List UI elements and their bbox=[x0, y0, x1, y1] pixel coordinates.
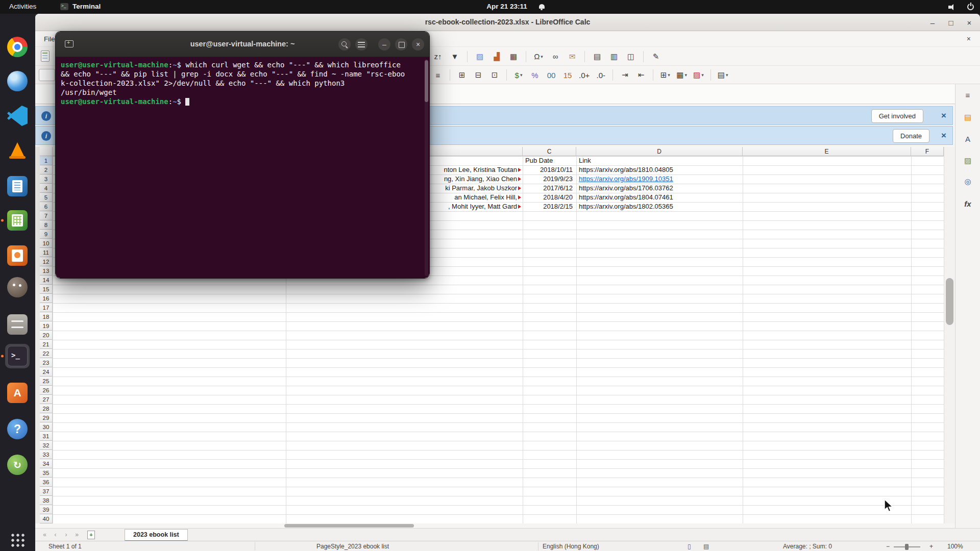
cell-D2[interactable]: https://arxiv.org/abs/1810.04805 bbox=[577, 165, 740, 174]
volume-icon[interactable] bbox=[948, 4, 956, 10]
cell-C5[interactable]: 2018/4/20 bbox=[523, 193, 576, 202]
software-updater-icon[interactable] bbox=[5, 453, 30, 477]
row-header-24[interactable]: 24 bbox=[40, 367, 53, 377]
cell-C3[interactable]: 2019/9/23 bbox=[523, 174, 576, 184]
new-tab-icon[interactable] bbox=[65, 40, 74, 47]
row-header-26[interactable]: 26 bbox=[40, 386, 53, 395]
sidebar-settings-icon[interactable]: ≡ bbox=[961, 88, 974, 102]
column-header-F[interactable]: F bbox=[911, 147, 944, 156]
cell-D6[interactable]: https://arxiv.org/abs/1802.05365 bbox=[577, 202, 740, 211]
row-header-20[interactable]: 20 bbox=[40, 331, 53, 340]
dropdown-arrow-icon[interactable]: ▾ bbox=[520, 72, 523, 78]
row-header-31[interactable]: 31 bbox=[40, 432, 53, 441]
split-window-icon[interactable]: ◫ bbox=[624, 50, 638, 63]
zoom-slider-thumb[interactable] bbox=[905, 544, 909, 550]
row-header-17[interactable]: 17 bbox=[40, 303, 53, 312]
terminal-menu-icon[interactable] bbox=[355, 38, 368, 51]
previous-sheet-icon[interactable]: ‹ bbox=[50, 531, 61, 538]
format-as-date-icon[interactable]: 15 bbox=[561, 68, 574, 82]
merge-and-center-cells-icon[interactable]: ⊞ bbox=[455, 68, 469, 82]
cell-C4[interactable]: 2017/6/12 bbox=[523, 184, 576, 193]
row-header-18[interactable]: 18 bbox=[40, 312, 53, 321]
row-header-14[interactable]: 14 bbox=[40, 276, 53, 285]
zoom-slider[interactable] bbox=[894, 546, 920, 547]
row-header-5[interactable]: 5 bbox=[40, 193, 53, 202]
row-header-9[interactable]: 9 bbox=[40, 230, 53, 239]
vertical-scrollbar[interactable] bbox=[944, 147, 955, 523]
terminal-icon[interactable] bbox=[5, 344, 30, 368]
cell-B3[interactable]: ng, Xin Jiang, Xiao Chen bbox=[444, 174, 517, 184]
row-header-13[interactable]: 13 bbox=[40, 266, 53, 276]
libreoffice-impress-icon[interactable] bbox=[5, 243, 30, 268]
cell-D5[interactable]: https://arxiv.org/abs/1804.07461 bbox=[577, 193, 740, 202]
zoom-out-icon[interactable]: − bbox=[886, 543, 890, 550]
notification-bell-icon[interactable] bbox=[539, 4, 545, 9]
styles-deck-icon[interactable]: A bbox=[961, 132, 974, 145]
row-header-1[interactable]: 1 bbox=[40, 156, 53, 165]
cell-C2[interactable]: 2018/10/11 bbox=[523, 165, 576, 174]
row-header-22[interactable]: 22 bbox=[40, 349, 53, 358]
row-header-16[interactable]: 16 bbox=[40, 294, 53, 303]
show-applications-icon[interactable] bbox=[10, 533, 25, 547]
increase-indent-icon[interactable]: ⇥ bbox=[618, 68, 631, 82]
row-header-3[interactable]: 3 bbox=[40, 174, 53, 184]
row-header-21[interactable]: 21 bbox=[40, 340, 53, 349]
row-header-29[interactable]: 29 bbox=[40, 413, 53, 422]
row-header-30[interactable]: 30 bbox=[40, 422, 53, 432]
insert-image-icon[interactable]: ▨ bbox=[473, 50, 486, 63]
borders-icon[interactable]: ⊞▾ bbox=[658, 68, 672, 82]
row-header-40[interactable]: 40 bbox=[40, 514, 53, 523]
page-style[interactable]: PageStyle_2023 ebook list bbox=[316, 543, 389, 550]
ubuntu-software-icon[interactable] bbox=[5, 381, 30, 405]
row-header-37[interactable]: 37 bbox=[40, 487, 53, 496]
help-icon[interactable] bbox=[5, 417, 30, 441]
unmerge-cells-icon[interactable]: ⊡ bbox=[488, 68, 501, 82]
format-as-currency-icon[interactable]: $▾ bbox=[512, 68, 525, 82]
horizontal-scrollbar-thumb[interactable] bbox=[284, 524, 414, 528]
zoom-level[interactable]: 100% bbox=[947, 543, 963, 550]
cell-C1[interactable]: Pub Date bbox=[523, 156, 576, 165]
terminal-scrollbar-thumb[interactable] bbox=[425, 60, 428, 102]
power-icon[interactable] bbox=[967, 4, 974, 10]
insert-sheet-icon[interactable]: + bbox=[87, 531, 95, 539]
row-header-7[interactable]: 7 bbox=[40, 211, 53, 220]
insert-special-character-icon[interactable]: Ω▾ bbox=[532, 50, 545, 63]
row-header-12[interactable]: 12 bbox=[40, 257, 53, 266]
row-header-4[interactable]: 4 bbox=[40, 184, 53, 193]
delete-decimal-place-icon[interactable]: .0- bbox=[594, 68, 607, 82]
row-header-27[interactable]: 27 bbox=[40, 395, 53, 404]
clock[interactable]: Apr 21 23:11 bbox=[486, 3, 527, 10]
dropdown-arrow-icon[interactable]: ▾ bbox=[726, 72, 728, 78]
row-header-8[interactable]: 8 bbox=[40, 220, 53, 230]
row-header-33[interactable]: 33 bbox=[40, 450, 53, 459]
horizontal-scrollbar[interactable] bbox=[40, 523, 944, 528]
vlc-icon[interactable] bbox=[5, 139, 30, 163]
cell-B2[interactable]: nton Lee, Kristina Toutan bbox=[444, 165, 517, 174]
insert-chart-icon[interactable]: ▟ bbox=[490, 50, 503, 63]
terminal-search-icon[interactable] bbox=[338, 38, 351, 51]
terminal-window[interactable]: user@user-virtual-machine: ~ – × user@us… bbox=[55, 31, 430, 279]
row-header-38[interactable]: 38 bbox=[40, 496, 53, 505]
cell-D1[interactable]: Link bbox=[577, 156, 740, 165]
navigator-deck-icon[interactable]: ◎ bbox=[961, 175, 974, 188]
functions-deck-icon[interactable]: fx bbox=[961, 197, 974, 210]
libreoffice-writer-icon[interactable] bbox=[5, 174, 30, 198]
terminal-maximize-button[interactable] bbox=[395, 38, 407, 51]
new-document-icon[interactable] bbox=[41, 51, 50, 62]
autofilter-icon[interactable]: ▼ bbox=[448, 50, 461, 63]
row-header-25[interactable]: 25 bbox=[40, 377, 53, 386]
zoom-in-icon[interactable]: + bbox=[929, 543, 933, 550]
vscode-icon[interactable] bbox=[5, 104, 30, 128]
grid-corner[interactable] bbox=[40, 147, 53, 156]
cell-D3[interactable]: https://arxiv.org/abs/1909.10351 bbox=[577, 174, 740, 184]
cell-D4[interactable]: https://arxiv.org/abs/1706.03762 bbox=[577, 184, 740, 193]
gimp-icon[interactable] bbox=[5, 275, 30, 299]
conditional-formatting-icon[interactable]: ▤▾ bbox=[716, 68, 730, 82]
row-header-10[interactable]: 10 bbox=[40, 239, 53, 248]
cell-B6[interactable]: , Mohit Iyyer, Matt Gard bbox=[448, 202, 517, 211]
terminal-close-button[interactable]: × bbox=[412, 38, 424, 51]
terminal-titlebar[interactable]: user@user-virtual-machine: ~ – × bbox=[56, 32, 429, 57]
row-header-11[interactable]: 11 bbox=[40, 248, 53, 257]
insert-comment-icon[interactable]: ✉ bbox=[566, 50, 579, 63]
terminal-minimize-button[interactable]: – bbox=[378, 38, 390, 51]
